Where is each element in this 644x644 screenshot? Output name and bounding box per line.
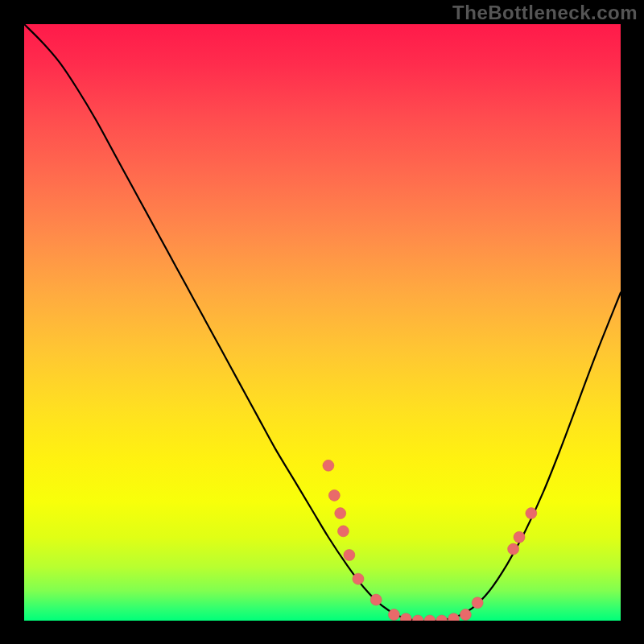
watermark-text: TheBottleneck.com: [452, 2, 638, 24]
data-point: [436, 615, 448, 621]
data-point: [353, 573, 364, 584]
data-point: [514, 531, 525, 543]
data-point: [370, 594, 382, 605]
data-point: [337, 526, 349, 537]
data-point: [335, 508, 346, 519]
data-point: [388, 609, 399, 621]
data-point: [508, 543, 519, 555]
data-point: [424, 615, 436, 621]
data-point: [460, 609, 471, 621]
data-point: [400, 613, 411, 621]
chart-container: TheBottleneck.com: [0, 0, 644, 644]
data-point: [323, 460, 334, 471]
bottleneck-curve: [24, 24, 621, 621]
data-point: [472, 597, 483, 609]
data-point: [412, 615, 423, 621]
plot-area: [24, 24, 621, 621]
data-point: [526, 508, 537, 519]
data-points: [323, 460, 537, 621]
curve-layer: [24, 24, 621, 621]
data-point: [328, 489, 340, 501]
data-point: [448, 613, 460, 621]
data-point: [344, 549, 355, 560]
